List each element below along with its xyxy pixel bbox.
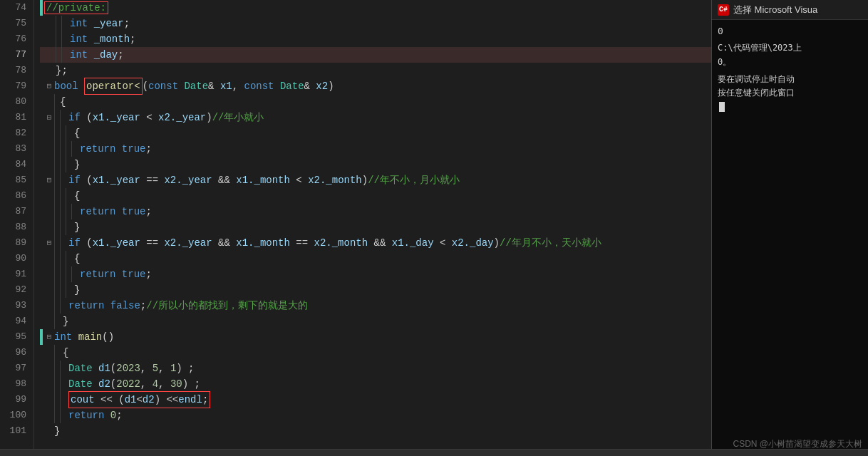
console-body: 0 C:\代码管理\2023上 0。 要在调试停止时自动 按任意键关闭此窗口 bbox=[712, 20, 868, 449]
ln-75: 75 bbox=[6, 16, 26, 31]
ln-99: 99 bbox=[6, 392, 26, 408]
ln-79: 79 bbox=[6, 78, 26, 94]
gutter-74 bbox=[40, 0, 43, 16]
ln-83: 83 bbox=[6, 141, 26, 157]
fold-95[interactable]: ⊟ bbox=[44, 329, 54, 345]
gutter-95 bbox=[40, 329, 43, 345]
fold-89[interactable]: ⊟ bbox=[44, 235, 54, 251]
line-numbers: 74 75 76 77 78 79 80 81 82 83 84 85 86 8… bbox=[0, 0, 34, 449]
fold-85[interactable]: ⊟ bbox=[44, 172, 54, 188]
ln-88: 88 bbox=[6, 219, 26, 235]
ln-77: 77 bbox=[6, 47, 26, 63]
ln-76: 76 bbox=[6, 31, 26, 47]
console-title: 选择 Microsoft Visua bbox=[733, 4, 817, 16]
ln-98: 98 bbox=[6, 376, 26, 392]
ln-93: 93 bbox=[6, 298, 26, 314]
ln-94: 94 bbox=[6, 314, 26, 329]
ln-81: 81 bbox=[6, 110, 26, 125]
ln-87: 87 bbox=[6, 204, 26, 219]
ln-96: 96 bbox=[6, 345, 26, 361]
console-app-icon: C# bbox=[718, 4, 729, 16]
ln-84: 84 bbox=[6, 157, 26, 172]
console-text1: 要在调试停止时自动 bbox=[718, 73, 862, 86]
ln-91: 91 bbox=[6, 266, 26, 282]
ln-82: 82 bbox=[6, 125, 26, 141]
console-cursor bbox=[719, 102, 725, 112]
ln-74: 74 bbox=[6, 0, 26, 16]
console-window: C# 选择 Microsoft Visua 0 C:\代码管理\2023上 0。… bbox=[711, 0, 868, 449]
console-text2: 按任意键关闭此窗口 bbox=[718, 86, 862, 100]
ln-85: 85 bbox=[6, 172, 26, 188]
ln-80: 80 bbox=[6, 94, 26, 110]
code-area: 74 75 76 77 78 79 80 81 82 83 84 85 86 8… bbox=[0, 0, 868, 449]
ln-90: 90 bbox=[6, 251, 26, 266]
csdn-watermark: CSDN @小树苗渴望变成参天大树 bbox=[733, 438, 862, 450]
fold-79[interactable]: ⊟ bbox=[44, 78, 54, 94]
console-path: C:\代码管理\2023上 bbox=[718, 41, 862, 54]
ln-95: 95 bbox=[6, 329, 26, 345]
ln-101: 101 bbox=[6, 423, 26, 439]
ln-89: 89 bbox=[6, 235, 26, 251]
ln-78: 78 bbox=[6, 63, 26, 78]
fold-81[interactable]: ⊟ bbox=[44, 110, 54, 125]
console-output-0: 0 bbox=[718, 24, 862, 38]
code-editor: 74 75 76 77 78 79 80 81 82 83 84 85 86 8… bbox=[0, 0, 868, 456]
console-titlebar: C# 选择 Microsoft Visua bbox=[712, 0, 868, 20]
console-zero: 0。 bbox=[718, 56, 862, 68]
ln-100: 100 bbox=[6, 408, 26, 423]
ln-97: 97 bbox=[6, 361, 26, 376]
ln-86: 86 bbox=[6, 188, 26, 204]
ln-92: 92 bbox=[6, 282, 26, 298]
